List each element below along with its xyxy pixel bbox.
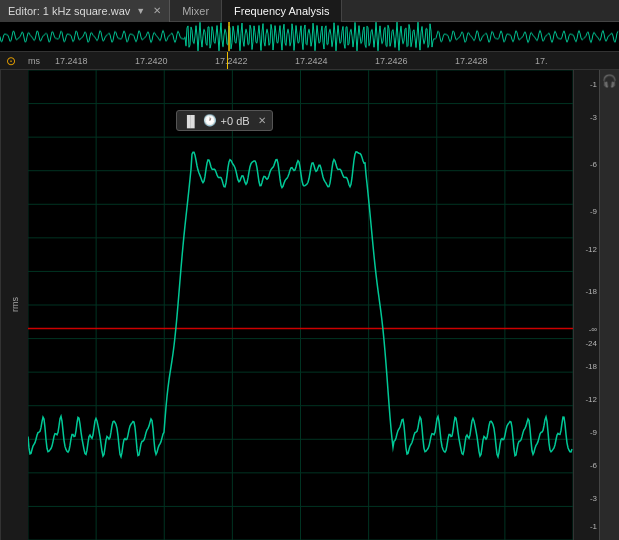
headphone-icon[interactable]: 🎧 xyxy=(602,74,617,88)
db-scale: -1-3-6-9-12-18-∞-24-18-12-9-6-3-1 xyxy=(573,70,599,540)
left-label: rms xyxy=(0,70,28,540)
tooltip-close-btn[interactable]: ✕ xyxy=(258,115,266,126)
waveform-overview-strip[interactable] xyxy=(0,22,619,52)
db-label-12: -12 xyxy=(585,395,597,404)
timeline-ruler: ⊙ ms 17.2418 17.2420 17.2422 17.2424 17.… xyxy=(0,52,619,70)
ruler-marker-5: 17.2428 xyxy=(455,56,488,66)
db-label-3: -3 xyxy=(590,493,597,502)
pin-icon: ⊙ xyxy=(6,54,16,68)
tab-mixer[interactable]: Mixer xyxy=(170,0,222,22)
db-label-9: -9 xyxy=(590,427,597,436)
db-label-18: -18 xyxy=(585,286,597,295)
main-area: rms ▐▌ 🕐 +0 dB ✕ -1-3-6-9-12-18-∞-24-18-… xyxy=(0,70,619,540)
tab-bar: Editor: 1 kHz square.wav ▼ ✕ Mixer Frequ… xyxy=(0,0,619,22)
tab-editor[interactable]: Editor: 1 kHz square.wav ▼ ✕ xyxy=(0,0,170,22)
overview-canvas xyxy=(0,22,619,51)
bars-icon: ▐▌ xyxy=(183,115,199,127)
waveform-area[interactable]: ▐▌ 🕐 +0 dB ✕ xyxy=(28,70,573,540)
tab-dropdown-icon[interactable]: ▼ xyxy=(136,6,145,16)
db-label-24: -24 xyxy=(585,338,597,347)
waveform-canvas xyxy=(28,70,573,540)
tab-freq-label: Frequency Analysis xyxy=(234,5,329,17)
ruler-marker-0: 17.2418 xyxy=(55,56,88,66)
playhead-line xyxy=(227,52,228,69)
right-panel: 🎧 xyxy=(599,70,619,540)
ruler-marker-6: 17. xyxy=(535,56,548,66)
db-label-1: -1 xyxy=(590,80,597,89)
ruler-marker-2: 17.2422 xyxy=(215,56,248,66)
db-label-9: -9 xyxy=(590,207,597,216)
tooltip-db-value: +0 dB xyxy=(221,115,250,127)
tab-close-icon[interactable]: ✕ xyxy=(153,5,161,16)
db-label-6: -6 xyxy=(590,460,597,469)
clock-icon: 🕐 xyxy=(203,114,217,127)
db-label-3: -3 xyxy=(590,113,597,122)
ruler-marker-4: 17.2426 xyxy=(375,56,408,66)
ruler-label-ms: ms xyxy=(28,56,40,66)
db-label-18: -18 xyxy=(585,362,597,371)
tooltip-overlay[interactable]: ▐▌ 🕐 +0 dB ✕ xyxy=(176,110,273,131)
db-label-: -∞ xyxy=(589,324,597,333)
db-label-1: -1 xyxy=(590,521,597,530)
tab-editor-label: Editor: 1 kHz square.wav xyxy=(8,5,130,17)
ruler-marker-3: 17.2424 xyxy=(295,56,328,66)
tab-mixer-label: Mixer xyxy=(182,5,209,17)
db-label-12: -12 xyxy=(585,244,597,253)
ruler-marker-1: 17.2420 xyxy=(135,56,168,66)
rms-label: rms xyxy=(10,298,20,313)
tab-frequency-analysis[interactable]: Frequency Analysis xyxy=(222,0,342,22)
db-label-6: -6 xyxy=(590,160,597,169)
